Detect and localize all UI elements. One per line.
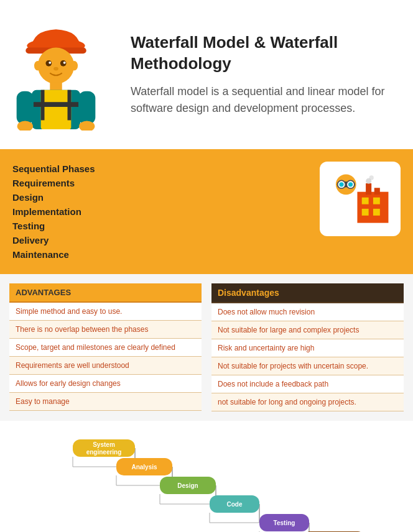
svg-point-6 <box>63 62 66 64</box>
phase-item-1: Requirements <box>12 176 307 190</box>
svg-rect-12 <box>41 90 72 129</box>
phases-list: Sequential PhasesRequirementsDesignImple… <box>12 162 307 262</box>
svg-rect-28 <box>373 198 380 204</box>
svg-text:Design: Design <box>177 482 198 489</box>
svg-text:Code: Code <box>227 501 243 508</box>
svg-rect-46 <box>160 477 216 494</box>
page-title: Waterfall Model & Waterfall Methodology <box>131 32 401 75</box>
svg-rect-17 <box>78 91 95 125</box>
disadvantages-box: Disadvantages Does not allow much revisi… <box>211 283 404 411</box>
svg-point-9 <box>70 61 78 71</box>
waterfall-diagram: SystemengineeringAnalysisDesignCodeTesti… <box>54 433 365 532</box>
svg-rect-13 <box>29 102 83 107</box>
disadvantage-item-2: Risk and uncertainty are high <box>211 339 404 357</box>
svg-text:Testing: Testing <box>274 520 295 526</box>
svg-rect-32 <box>374 188 380 195</box>
phase-item-5: Delivery <box>12 233 307 247</box>
phase-item-3: Implementation <box>12 204 307 219</box>
svg-rect-27 <box>362 198 369 204</box>
header-section: Waterfall Model & Waterfall Methodology … <box>0 0 413 149</box>
disadvantage-item-4: Does not include a feedback path <box>211 375 404 393</box>
svg-rect-42 <box>116 458 172 475</box>
svg-rect-31 <box>366 183 371 195</box>
advantage-item-0: Simple method and easy to use. <box>9 303 202 321</box>
phase-item-0: Sequential Phases <box>12 162 307 176</box>
header-text: Waterfall Model & Waterfall Methodology … <box>131 32 401 117</box>
svg-rect-14 <box>41 90 45 121</box>
advantages-box: ADVANTAGES Simple method and easy to use… <box>9 283 202 411</box>
disadvantage-item-3: Not suitable for projects with uncertain… <box>211 357 404 375</box>
svg-text:engineering: engineering <box>86 449 122 456</box>
phase-item-6: Maintenance <box>12 247 307 262</box>
svg-rect-16 <box>17 91 34 125</box>
advantages-items: Simple method and easy to use.There is n… <box>9 303 202 411</box>
svg-point-5 <box>49 62 51 64</box>
worker-illustration <box>6 12 118 137</box>
svg-point-34 <box>369 175 374 180</box>
disadvantage-item-0: Does not allow much revision <box>211 303 404 321</box>
advantage-item-1: There is no overlap between the phases <box>9 321 202 339</box>
svg-point-7 <box>53 67 58 71</box>
disadvantage-item-1: Not suitable for large and complex proje… <box>211 321 404 339</box>
svg-point-24 <box>339 182 343 186</box>
advantage-item-2: Scope, target and milestones are clearly… <box>9 339 202 357</box>
phases-ul: Sequential PhasesRequirementsDesignImple… <box>12 162 307 262</box>
svg-rect-10 <box>50 82 62 91</box>
advantage-item-4: Allows for early design changes <box>9 375 202 393</box>
svg-point-2 <box>38 48 74 84</box>
svg-point-8 <box>34 61 42 71</box>
advantage-item-3: Requirements are well understood <box>9 357 202 375</box>
svg-rect-50 <box>210 495 259 513</box>
disadvantage-item-5: not suitable for long and ongoing projec… <box>211 393 404 411</box>
page-description: Waterfall model is a sequential and line… <box>131 83 401 117</box>
phase-item-4: Testing <box>12 219 307 233</box>
advantages-header: ADVANTAGES <box>9 283 202 303</box>
disadvantages-items: Does not allow much revisionNot suitable… <box>211 303 404 411</box>
diagram-section: SystemengineeringAnalysisDesignCodeTesti… <box>0 421 413 532</box>
svg-rect-26 <box>357 192 388 223</box>
svg-rect-54 <box>259 514 309 531</box>
svg-rect-37 <box>73 439 135 457</box>
disadvantages-header: Disadvantages <box>211 283 404 303</box>
factory-icon-box <box>320 162 401 236</box>
svg-rect-15 <box>68 90 72 121</box>
svg-rect-29 <box>362 209 369 216</box>
svg-point-25 <box>348 182 353 186</box>
phase-item-2: Design <box>12 190 307 204</box>
svg-text:Analysis: Analysis <box>131 464 157 470</box>
svg-text:System: System <box>93 441 115 448</box>
adv-disadv-section: ADVANTAGES Simple method and easy to use… <box>0 274 413 421</box>
svg-rect-30 <box>373 209 380 216</box>
advantage-item-5: Easy to manage <box>9 393 202 411</box>
orange-section: Sequential PhasesRequirementsDesignImple… <box>0 149 413 274</box>
